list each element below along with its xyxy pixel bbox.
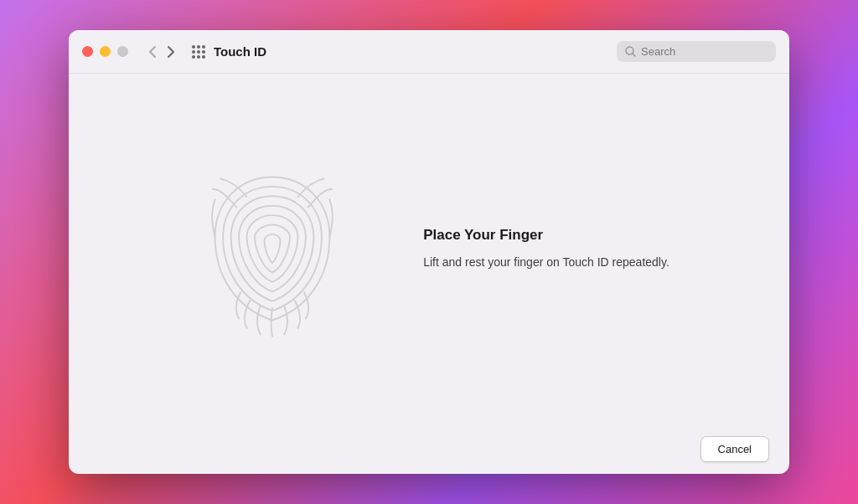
window-controls (82, 46, 128, 57)
info-description: Lift and rest your finger on Touch ID re… (423, 254, 669, 271)
info-area: Place Your Finger Lift and rest your fin… (423, 227, 669, 271)
close-button[interactable] (82, 46, 93, 57)
system-preferences-window: Touch ID (69, 30, 789, 474)
back-button[interactable] (145, 44, 160, 60)
fingerprint-container (189, 148, 356, 349)
cancel-button[interactable]: Cancel (700, 436, 769, 462)
maximize-button[interactable] (117, 46, 128, 57)
grid-icon[interactable] (192, 45, 205, 59)
info-heading: Place Your Finger (423, 227, 669, 244)
nav-buttons (145, 44, 178, 60)
bottom-bar: Cancel (69, 424, 789, 474)
window-title: Touch ID (214, 44, 617, 59)
content-area: Place Your Finger Lift and rest your fin… (69, 74, 789, 424)
fingerprint-icon (193, 152, 352, 345)
forward-button[interactable] (163, 44, 178, 60)
titlebar: Touch ID (69, 30, 789, 74)
search-icon (625, 46, 636, 57)
search-box[interactable] (617, 41, 776, 62)
minimize-button[interactable] (100, 46, 111, 57)
search-input[interactable] (641, 45, 768, 58)
